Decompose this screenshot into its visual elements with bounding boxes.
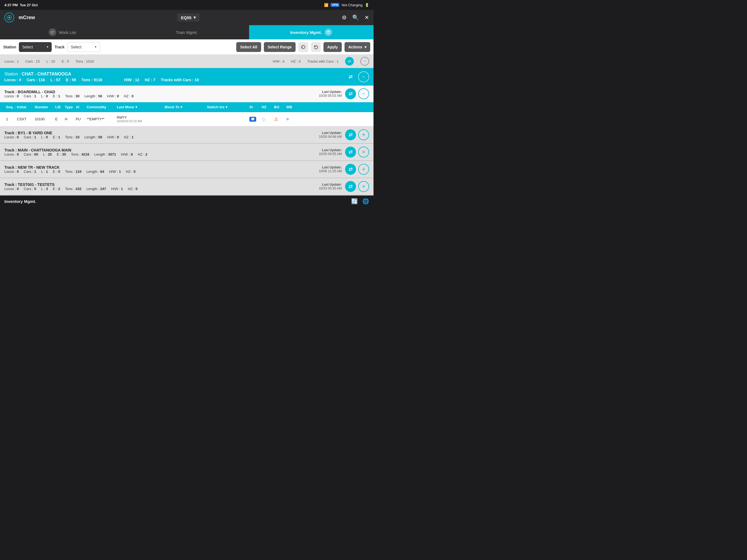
track-by1-name: Track : BY1 - B YARD ONE	[4, 131, 133, 135]
track-boardmill-header: Track : BOARDMILL - CHAD Locos : 0 Cars …	[0, 85, 374, 102]
track-select[interactable]: Select ▾	[67, 42, 100, 52]
track-test001-actions: ⇄ +	[345, 181, 369, 192]
col-header-ai: AI	[74, 104, 85, 110]
car-blockto	[163, 119, 205, 120]
tab-worklist[interactable]: Work List	[0, 25, 124, 40]
car-si-icon[interactable]: 💬	[248, 116, 260, 122]
track-by1-switch-btn[interactable]: ⇄	[345, 129, 356, 140]
col-header-bo: BO	[272, 104, 285, 110]
track-newtr-name: Track : NEW TR - NEW TRACK	[4, 165, 136, 170]
car-commodity: **EMPTY**	[85, 117, 115, 122]
car-row-1: 1 CSXT 10100 E H PU **EMPTY** RMTY 10/26…	[0, 112, 374, 126]
car-lastmove: RMTY 10/26/20 02:32 AM	[115, 115, 163, 123]
trunc-cars: Cars : 15	[25, 59, 40, 63]
car-table-header: Seq. Initial Number L/E Type AI Commodit…	[0, 102, 374, 112]
track-by1-lastupdate: Last Update: 10/26 04:48 AM	[319, 131, 342, 138]
track-boardmill-name: Track : BOARDMILL - CHAD	[4, 90, 133, 94]
status-bar: 4:37 PM Tue 27 Oct 📶 VPN Not Charging 🔋	[0, 0, 374, 10]
station-switch-btn[interactable]: ⇄	[345, 71, 356, 82]
track-by1-stats: Locos : 0 Cars : 1 L : 0 E : 1 Tons : 33…	[4, 135, 133, 139]
undo-button[interactable]	[311, 42, 321, 52]
car-switchins	[205, 119, 248, 120]
tab-trainmgmt[interactable]: Train Mgmt.	[124, 25, 249, 40]
actions-button[interactable]: Actions ▾	[344, 42, 370, 52]
track-test001-header: Track : TEST001 - TESTETS Locos : 0 Cars…	[0, 178, 374, 195]
globe-icon[interactable]: 🌐	[362, 198, 369, 205]
station-minus-btn[interactable]: −	[358, 71, 369, 82]
sync-icon[interactable]: 🔄	[351, 198, 358, 205]
car-initial: CSXT	[15, 117, 33, 122]
col-header-initial: Initial	[15, 104, 33, 110]
select-all-button[interactable]: Select All	[236, 42, 261, 52]
tab-inventorymgmt-label: Inventory Mgmt.	[290, 30, 322, 35]
train-selector[interactable]: EQ55 ▾	[177, 14, 200, 22]
stat-locos: Locos : 0	[4, 78, 21, 82]
trunc-hw: H/W : 4	[273, 59, 284, 63]
track-by1-plus-btn[interactable]: +	[358, 129, 369, 140]
col-header-commodity: Commodity	[85, 104, 115, 110]
stat-tons: Tons : 9116	[81, 78, 102, 82]
station-stats: Locos : 0 Cars : 116 L : 57 E : 59 Tons …	[4, 78, 199, 82]
apply-button[interactable]: Apply	[324, 42, 342, 52]
settings-icon[interactable]: ⚙	[342, 14, 347, 21]
select-range-button[interactable]: Select Range	[264, 42, 295, 52]
trunc-minus-btn[interactable]: −	[360, 57, 369, 66]
track-newtr-plus-btn[interactable]: +	[358, 164, 369, 175]
trunc-l: L : 10	[47, 59, 55, 63]
wifi-icon: 📶	[324, 3, 328, 7]
track-newtr-switch-btn[interactable]: ⇄	[345, 164, 356, 175]
car-bo-icon[interactable]: ⚠	[272, 116, 285, 123]
toolbar: Station Select ▾ Track Select ▾ Select A…	[0, 40, 374, 55]
track-main-actions: ⇄ +	[345, 147, 369, 157]
svg-point-1	[8, 17, 10, 18]
track-test001-switch-btn[interactable]: ⇄	[345, 181, 356, 192]
car-seq: 1	[4, 117, 15, 122]
track-main-plus-btn[interactable]: +	[358, 147, 369, 157]
track-main-switch-btn[interactable]: ⇄	[345, 147, 356, 157]
station-select[interactable]: Select ▾	[19, 42, 52, 52]
track-test001-name: Track : TEST001 - TESTETS	[4, 182, 137, 187]
car-hz-icon[interactable]: ◇	[260, 116, 272, 123]
station-actions: ⇄ −	[345, 71, 369, 82]
station-chattanooga: Station : CHAT - CHATTANOOGA Locos : 0 C…	[0, 68, 374, 85]
col-header-switchins[interactable]: Switch Ins ▾	[205, 104, 248, 110]
track-newtr: Track : NEW TR - NEW TRACK Locos : 0 Car…	[0, 161, 374, 178]
track-newtr-header: Track : NEW TR - NEW TRACK Locos : 0 Car…	[0, 161, 374, 178]
search-icon[interactable]: 🔍	[352, 14, 359, 21]
truncated-summary-row: Locos : 1 Cars : 15 L : 10 E : 5 Tons : …	[0, 55, 374, 68]
worklist-tab-icon	[49, 28, 56, 36]
trunc-switch-btn[interactable]: ⇄	[345, 57, 354, 66]
track-main-header: Track : MAIN - CHATTANOOGA MAIN Locos : …	[0, 144, 374, 160]
trunc-e: E : 5	[62, 59, 69, 63]
car-number: 10100	[33, 117, 54, 122]
track-boardmill-switch-btn[interactable]: ⇄	[345, 88, 356, 99]
header-icons: ⚙ 🔍 ✕	[342, 14, 369, 21]
col-header-lastmove[interactable]: Last Move ▾	[115, 104, 163, 110]
tab-trainmgmt-label: Train Mgmt.	[176, 30, 198, 35]
track-main-stats: Locos : 0 Cars : 60 L : 25 E : 35 Tons :…	[4, 152, 147, 156]
track-by1-header: Track : BY1 - B YARD ONE Locos : 0 Cars …	[0, 127, 374, 143]
col-header-type: Type	[63, 104, 74, 110]
track-newtr-stats: Locos : 0 Cars : 1 L : 1 E : 0 Tons : 13…	[4, 170, 136, 174]
track-newtr-actions: ⇄ +	[345, 164, 369, 175]
refresh-button[interactable]	[298, 42, 308, 52]
track-boardmill-minus-btn[interactable]: −	[358, 88, 369, 99]
tab-inventorymgmt[interactable]: Inventory Mgmt.	[249, 25, 374, 40]
bottom-title: Inventory Mgmt.	[4, 199, 36, 204]
actions-chevron-icon: ▾	[364, 45, 366, 49]
stat-hw: H/W : 12	[124, 78, 139, 82]
stat-e: E : 59	[66, 78, 76, 82]
car-ai: PU	[74, 117, 85, 122]
col-header-number: Number	[33, 104, 54, 110]
col-header-le: L/E	[54, 104, 63, 110]
stat-tracks: Tracks with Cars : 10	[161, 78, 199, 82]
track-by1-actions: ⇄ +	[345, 129, 369, 140]
close-icon[interactable]: ✕	[364, 14, 369, 21]
track-test001-lastupdate: Last Update: 10/23 05:30 AM	[319, 183, 342, 190]
col-header-blockto[interactable]: Block To ▾	[163, 104, 205, 110]
car-wb-icon[interactable]: ≡	[285, 116, 294, 122]
col-header-seq: Seq.	[4, 104, 15, 110]
trunc-locos: Locos : 1	[4, 59, 19, 63]
track-test001-plus-btn[interactable]: +	[358, 181, 369, 192]
track-select-chevron: ▾	[95, 45, 97, 49]
